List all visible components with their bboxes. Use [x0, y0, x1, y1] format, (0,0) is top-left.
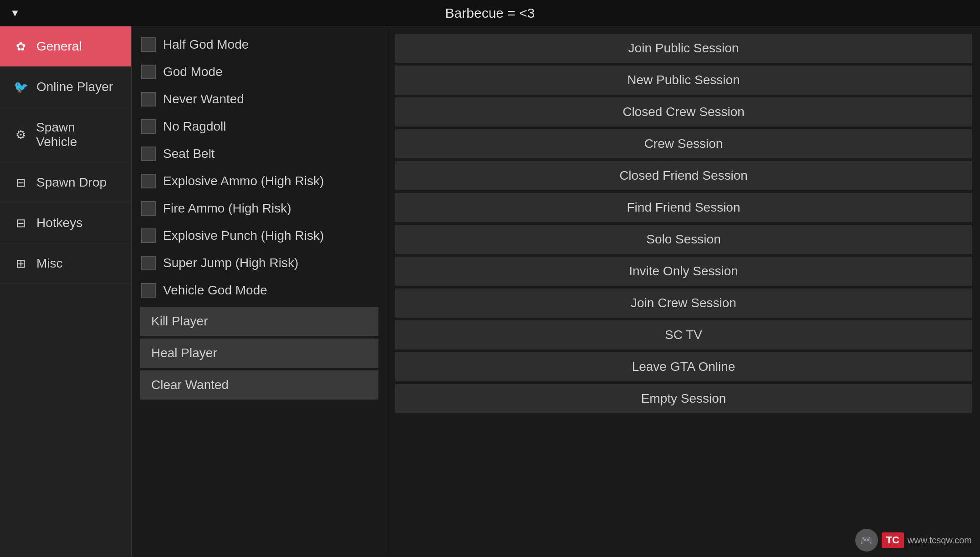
session-button-empty-session[interactable]: Empty Session	[395, 384, 972, 413]
sidebar-item-online-player[interactable]: 🐦 Online Player	[0, 67, 131, 107]
button-heal-player[interactable]: Heal Player	[140, 339, 378, 368]
sidebar-item-spawn-vehicle[interactable]: ⚙ Spawn Vehicle	[0, 107, 131, 162]
button-clear-wanted[interactable]: Clear Wanted	[140, 370, 378, 400]
watermark-url: www.tcsqw.com	[908, 535, 972, 546]
checkbox-half-god-mode[interactable]	[141, 37, 156, 52]
toggle-label-god-mode: God Mode	[163, 65, 223, 79]
checkbox-vehicle-god-mode[interactable]	[141, 283, 156, 298]
dropdown-icon[interactable]: ▼	[10, 7, 20, 19]
toggle-label-seat-belt: Seat Belt	[163, 147, 215, 161]
toggle-label-fire-ammo: Fire Ammo (High Risk)	[163, 201, 291, 216]
main-layout: ✿ General 🐦 Online Player ⚙ Spawn Vehicl…	[0, 26, 980, 557]
toggle-row-no-ragdoll[interactable]: No Ragdoll	[132, 113, 387, 140]
sidebar: ✿ General 🐦 Online Player ⚙ Spawn Vehicl…	[0, 26, 132, 557]
toggle-label-vehicle-god-mode: Vehicle God Mode	[163, 283, 267, 298]
left-panel: Half God Mode God Mode Never Wanted No R…	[132, 26, 387, 557]
toggles-container: Half God Mode God Mode Never Wanted No R…	[132, 31, 387, 304]
sidebar-label-hotkeys: Hotkeys	[36, 216, 82, 230]
sidebar-item-hotkeys[interactable]: ⊟ Hotkeys	[0, 203, 131, 243]
sidebar-label-spawn-drop: Spawn Drop	[36, 175, 107, 190]
toggle-row-explosive-punch[interactable]: Explosive Punch (High Risk)	[132, 222, 387, 249]
misc-icon: ⊞	[14, 257, 28, 271]
app-title: Barbecue = <3	[445, 5, 535, 21]
sidebar-label-spawn-vehicle: Spawn Vehicle	[36, 120, 117, 149]
session-button-crew-session[interactable]: Crew Session	[395, 129, 972, 158]
toggle-row-super-jump[interactable]: Super Jump (High Risk)	[132, 249, 387, 277]
content-area: Half God Mode God Mode Never Wanted No R…	[132, 26, 980, 557]
session-button-find-friend-session[interactable]: Find Friend Session	[395, 193, 972, 222]
sidebar-item-general[interactable]: ✿ General	[0, 26, 131, 67]
spawn-vehicle-icon: ⚙	[14, 128, 28, 142]
session-button-closed-friend-session[interactable]: Closed Friend Session	[395, 161, 972, 190]
sidebar-label-misc: Misc	[36, 256, 63, 271]
sessions-container: Join Public SessionNew Public SessionClo…	[387, 34, 980, 413]
toggle-row-half-god-mode[interactable]: Half God Mode	[132, 31, 387, 58]
gear-icon: ✿	[14, 40, 28, 54]
sidebar-label-online-player: Online Player	[36, 80, 113, 94]
button-kill-player[interactable]: Kill Player	[140, 307, 378, 336]
hotkeys-icon: ⊟	[14, 216, 28, 230]
checkbox-never-wanted[interactable]	[141, 92, 156, 106]
toggle-row-vehicle-god-mode[interactable]: Vehicle God Mode	[132, 277, 387, 304]
checkbox-super-jump[interactable]	[141, 256, 156, 270]
watermark-badge: TC	[882, 532, 904, 548]
bird-icon: 🐦	[14, 80, 28, 94]
watermark-avatar: 🎮	[855, 529, 878, 552]
checkbox-god-mode[interactable]	[141, 65, 156, 79]
buttons-container: Kill PlayerHeal PlayerClear Wanted	[132, 307, 387, 400]
sidebar-label-general: General	[36, 39, 82, 54]
session-button-join-public-session[interactable]: Join Public Session	[395, 34, 972, 63]
sidebar-item-misc[interactable]: ⊞ Misc	[0, 243, 131, 284]
toggle-row-fire-ammo[interactable]: Fire Ammo (High Risk)	[132, 195, 387, 222]
session-button-invite-only-session[interactable]: Invite Only Session	[395, 257, 972, 286]
toggle-label-never-wanted: Never Wanted	[163, 92, 244, 106]
checkbox-fire-ammo[interactable]	[141, 201, 156, 216]
toggle-row-never-wanted[interactable]: Never Wanted	[132, 86, 387, 113]
session-button-closed-crew-session[interactable]: Closed Crew Session	[395, 97, 972, 127]
checkbox-explosive-ammo[interactable]	[141, 174, 156, 188]
session-button-new-public-session[interactable]: New Public Session	[395, 66, 972, 95]
toggle-label-explosive-punch: Explosive Punch (High Risk)	[163, 228, 324, 243]
session-button-solo-session[interactable]: Solo Session	[395, 225, 972, 254]
checkbox-no-ragdoll[interactable]	[141, 119, 156, 134]
spawn-drop-icon: ⊟	[14, 176, 28, 190]
checkbox-seat-belt[interactable]	[141, 147, 156, 161]
session-button-leave-gta-online[interactable]: Leave GTA Online	[395, 352, 972, 381]
toggle-label-no-ragdoll: No Ragdoll	[163, 119, 226, 134]
checkbox-explosive-punch[interactable]	[141, 228, 156, 243]
toggle-label-super-jump: Super Jump (High Risk)	[163, 256, 298, 270]
right-panel: Join Public SessionNew Public SessionClo…	[387, 26, 980, 557]
session-button-join-crew-session[interactable]: Join Crew Session	[395, 289, 972, 318]
toggle-label-explosive-ammo: Explosive Ammo (High Risk)	[163, 174, 324, 188]
title-bar: ▼ Barbecue = <3	[0, 0, 980, 26]
session-button-sc-tv[interactable]: SC TV	[395, 320, 972, 349]
toggle-row-god-mode[interactable]: God Mode	[132, 58, 387, 86]
toggle-row-explosive-ammo[interactable]: Explosive Ammo (High Risk)	[132, 167, 387, 195]
watermark: 🎮 TC www.tcsqw.com	[855, 529, 972, 552]
toggle-label-half-god-mode: Half God Mode	[163, 37, 249, 52]
sidebar-item-spawn-drop[interactable]: ⊟ Spawn Drop	[0, 162, 131, 203]
toggle-row-seat-belt[interactable]: Seat Belt	[132, 140, 387, 167]
